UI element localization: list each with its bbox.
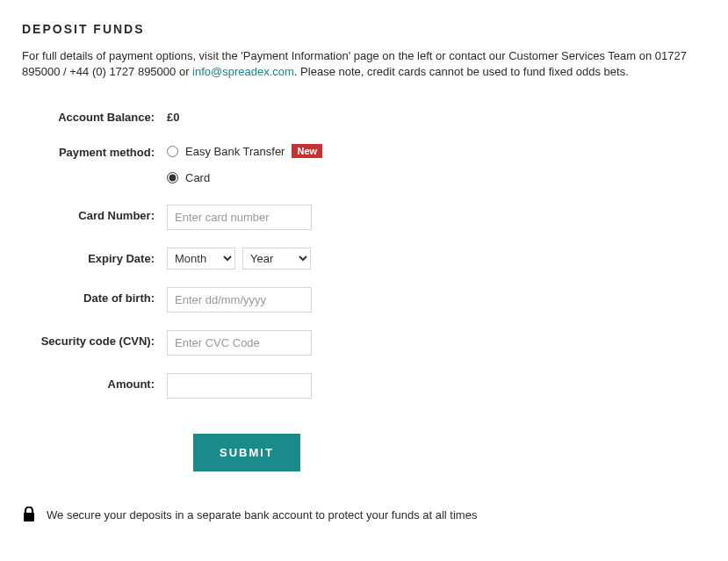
account-balance-value: £0 bbox=[167, 106, 179, 124]
label-date-of-birth: Date of birth: bbox=[22, 287, 167, 305]
svg-rect-0 bbox=[24, 513, 34, 521]
expiry-selects: Month Year bbox=[167, 248, 311, 270]
label-amount: Amount: bbox=[22, 373, 167, 391]
intro-email-link[interactable]: info@spreadex.com bbox=[192, 65, 294, 78]
row-card-number: Card Number: bbox=[22, 205, 706, 230]
label-security-code: Security code (CVN): bbox=[22, 330, 167, 348]
label-expiry-date: Expiry Date: bbox=[22, 248, 167, 265]
radio-card-label: Card bbox=[185, 171, 210, 184]
dob-input[interactable] bbox=[167, 287, 312, 313]
radio-easy-bank-label: Easy Bank Transfer bbox=[185, 145, 285, 158]
submit-button[interactable]: SUBMIT bbox=[193, 434, 300, 471]
intro-part2: . Please note, credit cards cannot be us… bbox=[294, 65, 629, 78]
label-card-number: Card Number: bbox=[22, 205, 167, 222]
cvc-input[interactable] bbox=[167, 330, 312, 356]
label-account-balance: Account Balance: bbox=[22, 106, 167, 124]
radio-easy-bank[interactable] bbox=[167, 146, 178, 157]
intro-text: For full details of payment options, vis… bbox=[22, 48, 706, 80]
secure-row: We secure your deposits in a separate ba… bbox=[22, 507, 706, 522]
row-amount: Amount: bbox=[22, 373, 706, 399]
row-date-of-birth: Date of birth: bbox=[22, 287, 706, 313]
new-badge: New bbox=[292, 144, 322, 158]
radio-row-easy-bank: Easy Bank Transfer New bbox=[167, 141, 322, 161]
expiry-year-select[interactable]: Year bbox=[242, 248, 311, 270]
page-heading: DEPOSIT FUNDS bbox=[22, 22, 706, 36]
radio-card[interactable] bbox=[167, 172, 178, 183]
radio-row-card: Card bbox=[167, 168, 322, 187]
row-expiry-date: Expiry Date: Month Year bbox=[22, 248, 706, 270]
expiry-month-select[interactable]: Month bbox=[167, 248, 235, 270]
row-payment-method: Payment method: Easy Bank Transfer New C… bbox=[22, 141, 706, 187]
card-number-input[interactable] bbox=[167, 205, 312, 230]
amount-input[interactable] bbox=[167, 373, 312, 399]
row-security-code: Security code (CVN): bbox=[22, 330, 706, 356]
secure-text: We secure your deposits in a separate ba… bbox=[47, 508, 477, 521]
label-payment-method: Payment method: bbox=[22, 141, 167, 159]
lock-icon bbox=[22, 507, 36, 522]
row-account-balance: Account Balance: £0 bbox=[22, 106, 706, 124]
